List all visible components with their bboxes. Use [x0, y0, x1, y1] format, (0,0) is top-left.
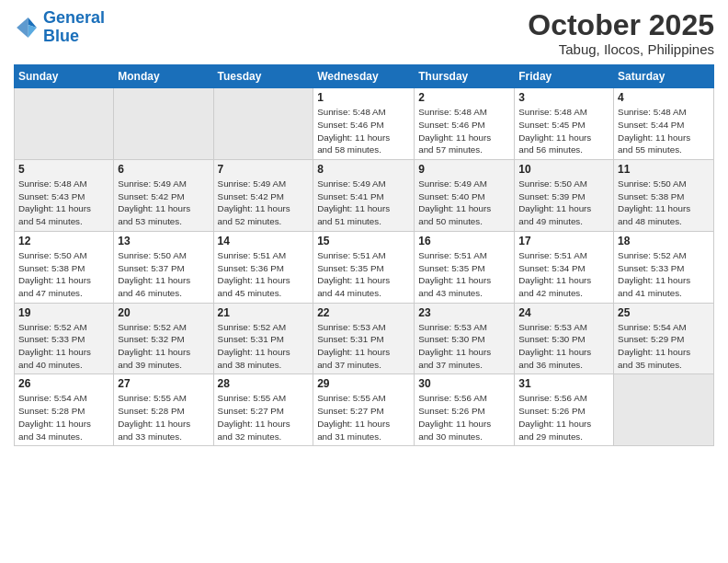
day-number: 20: [118, 306, 209, 319]
day-info: Sunrise: 5:54 AM Sunset: 5:29 PM Dayligh…: [618, 321, 710, 372]
calendar-week-row: 26Sunrise: 5:54 AM Sunset: 5:28 PM Dayli…: [15, 374, 714, 446]
day-number: 29: [317, 377, 410, 390]
day-number: 17: [518, 235, 609, 247]
calendar-cell: 7Sunrise: 5:49 AM Sunset: 5:42 PM Daylig…: [213, 160, 313, 232]
calendar-week-row: 19Sunrise: 5:52 AM Sunset: 5:33 PM Dayli…: [15, 303, 714, 374]
calendar-cell: 29Sunrise: 5:55 AM Sunset: 5:27 PM Dayli…: [313, 374, 415, 446]
calendar-cell: 4Sunrise: 5:48 AM Sunset: 5:44 PM Daylig…: [614, 88, 714, 160]
calendar-table: SundayMondayTuesdayWednesdayThursdayFrid…: [14, 64, 714, 446]
calendar-day-header: Friday: [515, 65, 614, 88]
day-info: Sunrise: 5:50 AM Sunset: 5:39 PM Dayligh…: [518, 178, 609, 228]
day-number: 11: [618, 163, 710, 176]
logo-line1: General: [43, 8, 105, 27]
calendar-cell: [213, 88, 313, 160]
day-info: Sunrise: 5:55 AM Sunset: 5:28 PM Dayligh…: [118, 392, 209, 442]
calendar-cell: 15Sunrise: 5:51 AM Sunset: 5:35 PM Dayli…: [313, 231, 415, 303]
calendar-cell: [614, 374, 714, 446]
day-number: 5: [18, 163, 109, 176]
day-number: 22: [317, 306, 410, 319]
calendar-cell: 2Sunrise: 5:48 AM Sunset: 5:46 PM Daylig…: [415, 88, 515, 160]
day-number: 15: [317, 235, 410, 247]
calendar-cell: 11Sunrise: 5:50 AM Sunset: 5:38 PM Dayli…: [614, 160, 714, 232]
calendar-cell: 31Sunrise: 5:56 AM Sunset: 5:26 PM Dayli…: [515, 374, 614, 446]
day-info: Sunrise: 5:55 AM Sunset: 5:27 PM Dayligh…: [317, 392, 410, 442]
calendar-cell: 25Sunrise: 5:54 AM Sunset: 5:29 PM Dayli…: [614, 303, 714, 374]
day-info: Sunrise: 5:53 AM Sunset: 5:30 PM Dayligh…: [418, 321, 510, 372]
day-number: 14: [218, 235, 310, 247]
day-info: Sunrise: 5:56 AM Sunset: 5:26 PM Dayligh…: [518, 392, 609, 442]
day-info: Sunrise: 5:51 AM Sunset: 5:34 PM Dayligh…: [518, 249, 609, 300]
day-number: 26: [18, 377, 109, 390]
day-number: 19: [18, 306, 109, 319]
day-info: Sunrise: 5:53 AM Sunset: 5:31 PM Dayligh…: [317, 321, 410, 372]
calendar-cell: 6Sunrise: 5:49 AM Sunset: 5:42 PM Daylig…: [114, 160, 213, 232]
day-number: 24: [518, 306, 609, 319]
title-block: October 2025 Tabug, Ilocos, Philippines: [528, 9, 714, 57]
day-info: Sunrise: 5:48 AM Sunset: 5:44 PM Dayligh…: [618, 106, 710, 156]
svg-marker-2: [17, 17, 28, 38]
calendar-cell: 22Sunrise: 5:53 AM Sunset: 5:31 PM Dayli…: [313, 303, 415, 374]
day-number: 21: [218, 306, 310, 319]
day-info: Sunrise: 5:52 AM Sunset: 5:33 PM Dayligh…: [18, 321, 109, 372]
day-info: Sunrise: 5:54 AM Sunset: 5:28 PM Dayligh…: [18, 392, 109, 442]
calendar-cell: 18Sunrise: 5:52 AM Sunset: 5:33 PM Dayli…: [614, 231, 714, 303]
calendar-cell: 13Sunrise: 5:50 AM Sunset: 5:37 PM Dayli…: [114, 231, 213, 303]
day-number: 6: [118, 163, 209, 176]
logo-text: General Blue: [43, 9, 105, 46]
calendar-cell: 5Sunrise: 5:48 AM Sunset: 5:43 PM Daylig…: [15, 160, 114, 232]
calendar-day-header: Monday: [114, 65, 213, 88]
calendar-day-header: Saturday: [614, 65, 714, 88]
calendar-cell: 21Sunrise: 5:52 AM Sunset: 5:31 PM Dayli…: [213, 303, 313, 374]
day-info: Sunrise: 5:49 AM Sunset: 5:41 PM Dayligh…: [317, 178, 410, 228]
day-info: Sunrise: 5:48 AM Sunset: 5:46 PM Dayligh…: [418, 106, 510, 156]
day-info: Sunrise: 5:53 AM Sunset: 5:30 PM Dayligh…: [518, 321, 609, 372]
calendar-cell: [114, 88, 213, 160]
calendar-cell: 28Sunrise: 5:55 AM Sunset: 5:27 PM Dayli…: [213, 374, 313, 446]
calendar-cell: 1Sunrise: 5:48 AM Sunset: 5:46 PM Daylig…: [313, 88, 415, 160]
day-info: Sunrise: 5:56 AM Sunset: 5:26 PM Dayligh…: [418, 392, 510, 442]
day-info: Sunrise: 5:52 AM Sunset: 5:33 PM Dayligh…: [618, 249, 710, 300]
day-number: 10: [518, 163, 609, 176]
calendar-cell: 24Sunrise: 5:53 AM Sunset: 5:30 PM Dayli…: [515, 303, 614, 374]
calendar-cell: 8Sunrise: 5:49 AM Sunset: 5:41 PM Daylig…: [313, 160, 415, 232]
calendar-cell: 3Sunrise: 5:48 AM Sunset: 5:45 PM Daylig…: [515, 88, 614, 160]
calendar-cell: [15, 88, 114, 160]
logo-line2: Blue: [43, 27, 79, 45]
day-number: 31: [518, 377, 609, 390]
calendar-day-header: Tuesday: [213, 65, 313, 88]
day-info: Sunrise: 5:49 AM Sunset: 5:42 PM Dayligh…: [218, 178, 310, 228]
calendar-subtitle: Tabug, Ilocos, Philippines: [528, 41, 714, 57]
day-number: 12: [18, 235, 109, 247]
day-number: 13: [118, 235, 209, 247]
day-info: Sunrise: 5:49 AM Sunset: 5:42 PM Dayligh…: [118, 178, 209, 228]
day-info: Sunrise: 5:50 AM Sunset: 5:38 PM Dayligh…: [18, 249, 109, 300]
calendar-cell: 9Sunrise: 5:49 AM Sunset: 5:40 PM Daylig…: [415, 160, 515, 232]
calendar-title: October 2025: [528, 9, 714, 41]
calendar-cell: 12Sunrise: 5:50 AM Sunset: 5:38 PM Dayli…: [15, 231, 114, 303]
calendar-week-row: 5Sunrise: 5:48 AM Sunset: 5:43 PM Daylig…: [15, 160, 714, 232]
day-info: Sunrise: 5:51 AM Sunset: 5:35 PM Dayligh…: [418, 249, 510, 300]
day-number: 4: [618, 91, 710, 104]
calendar-cell: 26Sunrise: 5:54 AM Sunset: 5:28 PM Dayli…: [15, 374, 114, 446]
day-info: Sunrise: 5:51 AM Sunset: 5:36 PM Dayligh…: [218, 249, 310, 300]
calendar-week-row: 12Sunrise: 5:50 AM Sunset: 5:38 PM Dayli…: [15, 231, 714, 303]
day-number: 3: [518, 91, 609, 104]
day-info: Sunrise: 5:52 AM Sunset: 5:32 PM Dayligh…: [118, 321, 209, 372]
day-info: Sunrise: 5:51 AM Sunset: 5:35 PM Dayligh…: [317, 249, 410, 300]
calendar-cell: 27Sunrise: 5:55 AM Sunset: 5:28 PM Dayli…: [114, 374, 213, 446]
day-info: Sunrise: 5:49 AM Sunset: 5:40 PM Dayligh…: [418, 178, 510, 228]
logo-icon: [14, 15, 40, 40]
day-number: 1: [317, 91, 410, 104]
calendar-day-header: Wednesday: [313, 65, 415, 88]
calendar-cell: 14Sunrise: 5:51 AM Sunset: 5:36 PM Dayli…: [213, 231, 313, 303]
calendar-cell: 10Sunrise: 5:50 AM Sunset: 5:39 PM Dayli…: [515, 160, 614, 232]
day-number: 30: [418, 377, 510, 390]
calendar-day-header: Thursday: [415, 65, 515, 88]
day-info: Sunrise: 5:48 AM Sunset: 5:45 PM Dayligh…: [518, 106, 609, 156]
calendar-cell: 17Sunrise: 5:51 AM Sunset: 5:34 PM Dayli…: [515, 231, 614, 303]
day-info: Sunrise: 5:48 AM Sunset: 5:46 PM Dayligh…: [317, 106, 410, 156]
day-number: 7: [218, 163, 310, 176]
calendar-day-header: Sunday: [15, 65, 114, 88]
header: General Blue October 2025 Tabug, Ilocos,…: [14, 9, 714, 57]
calendar-cell: 20Sunrise: 5:52 AM Sunset: 5:32 PM Dayli…: [114, 303, 213, 374]
